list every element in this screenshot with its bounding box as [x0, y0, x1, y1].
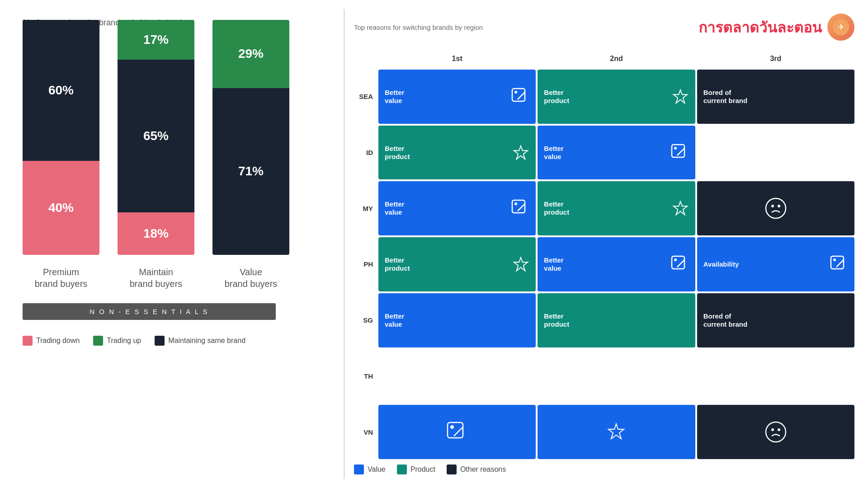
cell-text-PH-1: Betterproduct: [385, 256, 410, 272]
cell-text-SEA-1: Bettervalue: [385, 89, 404, 105]
right-legend: Value Product Other reasons: [354, 465, 854, 474]
cell-text-MY-2: Betterproduct: [544, 200, 569, 216]
bar-value: 29% 71%: [212, 20, 289, 255]
charts-container: 60% 40% Premiumbrand buyers 17% 65% 18% …: [23, 41, 321, 290]
svg-rect-18: [672, 256, 684, 269]
svg-point-19: [674, 258, 677, 261]
svg-text:✈: ✈: [838, 23, 844, 32]
cell-TH-3: [697, 349, 854, 404]
legend-label-maintaining: Maintaining same brand: [168, 337, 245, 345]
cell-TH-1: [378, 349, 536, 404]
brand-header: การตลาดวันละตอน ✈: [698, 14, 854, 41]
svg-line-26: [454, 427, 463, 436]
bar-value-dark: 71%: [212, 88, 289, 255]
bar-label-value: Valuebrand buyers: [225, 266, 278, 290]
svg-line-9: [677, 148, 684, 155]
legend-maintaining: Maintaining same brand: [155, 336, 245, 346]
bar-maintain-pink: 18%: [118, 212, 194, 255]
col-header-empty: [354, 50, 377, 68]
tag-icon-PH-2: [671, 255, 689, 273]
svg-point-22: [833, 258, 836, 261]
svg-line-20: [677, 260, 684, 267]
cell-SG-1: Bettervalue: [378, 293, 536, 347]
svg-line-12: [518, 204, 525, 211]
cell-text-ID-1: Betterproduct: [385, 145, 410, 161]
star-icon-ID-1: [512, 144, 529, 161]
right-panel: Top reasons for switching brands by regi…: [345, 0, 868, 488]
star-icon-PH-1: [512, 256, 529, 273]
row-label-VN: VN: [354, 405, 377, 459]
right-legend-label-other: Other reasons: [460, 465, 506, 474]
col-header-2nd: 2nd: [538, 50, 695, 68]
svg-point-3: [514, 91, 517, 94]
legend-box-dark: [155, 336, 165, 346]
row-label-MY: MY: [354, 181, 377, 235]
cell-text-PH-3: Availability: [703, 260, 739, 268]
bar-group-value: 29% 71% Valuebrand buyers: [212, 20, 289, 290]
cell-MY-2: Betterproduct: [538, 181, 695, 235]
cell-PH-1: Betterproduct: [378, 237, 536, 291]
bar-label-maintain: Maintainbrand buyers: [130, 266, 183, 290]
bar-premium: 60% 40%: [23, 20, 99, 255]
svg-point-25: [450, 425, 454, 429]
svg-rect-7: [672, 145, 684, 157]
svg-rect-24: [448, 422, 463, 438]
svg-point-28: [766, 422, 786, 442]
legend: Trading down Trading up Maintaining same…: [23, 336, 321, 346]
svg-marker-6: [514, 145, 528, 159]
svg-point-30: [778, 428, 780, 431]
cell-text-MY-1: Bettervalue: [385, 200, 404, 216]
regions-grid: 1st 2nd 3rd SEA Bettervalue Betterproduc…: [354, 50, 854, 459]
non-essentials-bar: N O N - E S S E N T I A L S: [23, 303, 276, 320]
svg-rect-10: [512, 200, 525, 213]
star-icon-VN-2: [606, 422, 627, 442]
cell-text-SEA-3: Bored ofcurrent brand: [703, 89, 748, 105]
legend-label-trading-down: Trading down: [36, 337, 80, 345]
cell-text-SG-3: Bored ofcurrent brand: [703, 312, 748, 328]
cell-MY-1: Bettervalue: [378, 181, 536, 235]
right-legend-label-product: Product: [410, 465, 435, 474]
face-icon-MY-3: [764, 197, 787, 220]
tag-icon-SEA-1: [511, 88, 529, 106]
cell-MY-3: [697, 181, 854, 235]
brand-logo: ✈: [827, 14, 854, 41]
svg-marker-13: [673, 202, 687, 215]
legend-box-green: [93, 336, 103, 346]
legend-trading-down: Trading down: [23, 336, 80, 346]
cell-SEA-3: Bored ofcurrent brand: [697, 70, 854, 124]
bar-label-premium: Premiumbrand buyers: [35, 266, 88, 290]
cell-text-SG-1: Bettervalue: [385, 312, 404, 328]
row-label-TH: TH: [354, 349, 377, 404]
cell-text-ID-2: Bettervalue: [544, 145, 563, 161]
svg-marker-5: [673, 90, 687, 103]
svg-marker-17: [514, 258, 528, 271]
cell-SG-3: Bored ofcurrent brand: [697, 293, 854, 347]
cell-VN-3: [697, 405, 854, 459]
cell-PH-2: Bettervalue: [538, 237, 695, 291]
cell-text-SG-2: Betterproduct: [544, 312, 569, 328]
bar-premium-pink: 40%: [23, 161, 99, 255]
cell-SG-2: Betterproduct: [538, 293, 695, 347]
svg-point-11: [514, 202, 517, 205]
row-label-SEA: SEA: [354, 70, 377, 124]
svg-marker-27: [609, 424, 624, 439]
svg-point-16: [778, 205, 780, 207]
svg-point-8: [674, 147, 677, 150]
right-legend-other: Other reasons: [447, 465, 506, 474]
cell-PH-3: Availability: [697, 237, 854, 291]
right-legend-product: Product: [397, 465, 435, 474]
right-legend-label-value: Value: [368, 465, 386, 474]
row-label-SG: SG: [354, 293, 377, 347]
row-label-PH: PH: [354, 237, 377, 291]
right-legend-box-teal: [397, 465, 407, 474]
col-header-3rd: 3rd: [697, 50, 854, 68]
legend-box-pink: [23, 336, 33, 346]
cell-text-SEA-2: Betterproduct: [544, 89, 569, 105]
bar-maintain-dark: 65%: [118, 60, 194, 212]
brand-title: การตลาดวันละตอน: [698, 16, 822, 39]
svg-point-15: [771, 205, 774, 207]
bar-maintain-green: 17%: [118, 20, 194, 60]
left-panel: % of respondents by brand switching beha…: [0, 0, 344, 488]
star-icon-MY-2: [672, 200, 689, 217]
bar-value-green: 29%: [212, 20, 289, 88]
